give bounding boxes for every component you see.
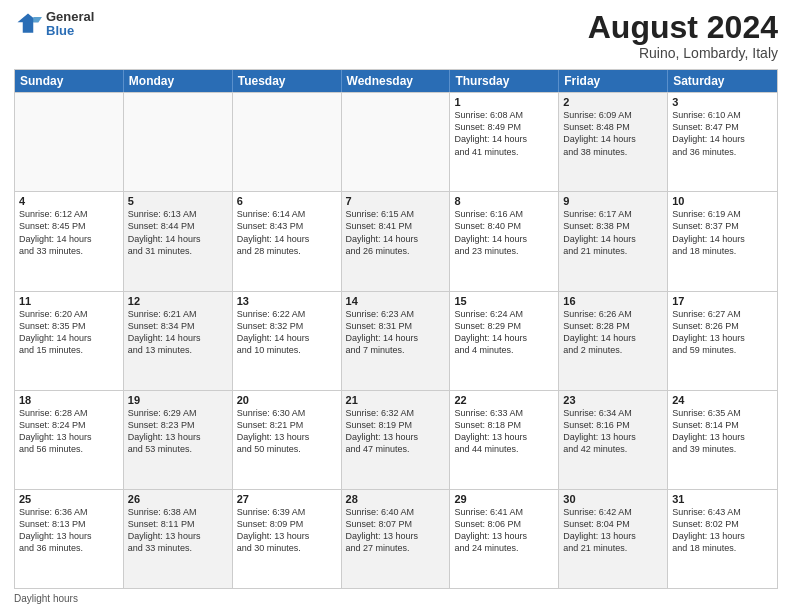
calendar-cell: 19Sunrise: 6:29 AM Sunset: 8:23 PM Dayli…	[124, 391, 233, 489]
cell-info: Sunrise: 6:36 AM Sunset: 8:13 PM Dayligh…	[19, 506, 119, 555]
svg-marker-0	[18, 14, 39, 33]
calendar-header-cell: Tuesday	[233, 70, 342, 92]
day-number: 23	[563, 394, 663, 406]
calendar-header-cell: Thursday	[450, 70, 559, 92]
calendar-cell: 31Sunrise: 6:43 AM Sunset: 8:02 PM Dayli…	[668, 490, 777, 588]
calendar-cell: 11Sunrise: 6:20 AM Sunset: 8:35 PM Dayli…	[15, 292, 124, 390]
day-number: 24	[672, 394, 773, 406]
cell-info: Sunrise: 6:21 AM Sunset: 8:34 PM Dayligh…	[128, 308, 228, 357]
day-number: 14	[346, 295, 446, 307]
calendar-week: 18Sunrise: 6:28 AM Sunset: 8:24 PM Dayli…	[15, 390, 777, 489]
calendar-cell: 7Sunrise: 6:15 AM Sunset: 8:41 PM Daylig…	[342, 192, 451, 290]
day-number: 5	[128, 195, 228, 207]
calendar-cell: 17Sunrise: 6:27 AM Sunset: 8:26 PM Dayli…	[668, 292, 777, 390]
calendar-cell	[124, 93, 233, 191]
day-number: 18	[19, 394, 119, 406]
calendar-cell: 28Sunrise: 6:40 AM Sunset: 8:07 PM Dayli…	[342, 490, 451, 588]
day-number: 4	[19, 195, 119, 207]
calendar-cell: 21Sunrise: 6:32 AM Sunset: 8:19 PM Dayli…	[342, 391, 451, 489]
calendar-cell: 9Sunrise: 6:17 AM Sunset: 8:38 PM Daylig…	[559, 192, 668, 290]
calendar-cell: 27Sunrise: 6:39 AM Sunset: 8:09 PM Dayli…	[233, 490, 342, 588]
day-number: 13	[237, 295, 337, 307]
subtitle: Ruino, Lombardy, Italy	[588, 45, 778, 61]
day-number: 31	[672, 493, 773, 505]
day-number: 10	[672, 195, 773, 207]
calendar-cell	[15, 93, 124, 191]
cell-info: Sunrise: 6:09 AM Sunset: 8:48 PM Dayligh…	[563, 109, 663, 158]
day-number: 1	[454, 96, 554, 108]
calendar-cell: 13Sunrise: 6:22 AM Sunset: 8:32 PM Dayli…	[233, 292, 342, 390]
day-number: 8	[454, 195, 554, 207]
cell-info: Sunrise: 6:29 AM Sunset: 8:23 PM Dayligh…	[128, 407, 228, 456]
main-title: August 2024	[588, 10, 778, 45]
day-number: 3	[672, 96, 773, 108]
calendar-cell: 4Sunrise: 6:12 AM Sunset: 8:45 PM Daylig…	[15, 192, 124, 290]
calendar-header: SundayMondayTuesdayWednesdayThursdayFrid…	[15, 70, 777, 92]
calendar-body: 1Sunrise: 6:08 AM Sunset: 8:49 PM Daylig…	[15, 92, 777, 588]
cell-info: Sunrise: 6:13 AM Sunset: 8:44 PM Dayligh…	[128, 208, 228, 257]
calendar-header-cell: Sunday	[15, 70, 124, 92]
day-number: 28	[346, 493, 446, 505]
cell-info: Sunrise: 6:14 AM Sunset: 8:43 PM Dayligh…	[237, 208, 337, 257]
calendar-cell: 22Sunrise: 6:33 AM Sunset: 8:18 PM Dayli…	[450, 391, 559, 489]
cell-info: Sunrise: 6:08 AM Sunset: 8:49 PM Dayligh…	[454, 109, 554, 158]
day-number: 27	[237, 493, 337, 505]
calendar-week: 25Sunrise: 6:36 AM Sunset: 8:13 PM Dayli…	[15, 489, 777, 588]
day-number: 9	[563, 195, 663, 207]
day-number: 17	[672, 295, 773, 307]
calendar-header-cell: Wednesday	[342, 70, 451, 92]
calendar-cell: 26Sunrise: 6:38 AM Sunset: 8:11 PM Dayli…	[124, 490, 233, 588]
calendar-cell: 3Sunrise: 6:10 AM Sunset: 8:47 PM Daylig…	[668, 93, 777, 191]
cell-info: Sunrise: 6:28 AM Sunset: 8:24 PM Dayligh…	[19, 407, 119, 456]
calendar-cell: 23Sunrise: 6:34 AM Sunset: 8:16 PM Dayli…	[559, 391, 668, 489]
cell-info: Sunrise: 6:23 AM Sunset: 8:31 PM Dayligh…	[346, 308, 446, 357]
cell-info: Sunrise: 6:16 AM Sunset: 8:40 PM Dayligh…	[454, 208, 554, 257]
day-number: 7	[346, 195, 446, 207]
calendar-header-cell: Friday	[559, 70, 668, 92]
calendar-cell: 10Sunrise: 6:19 AM Sunset: 8:37 PM Dayli…	[668, 192, 777, 290]
calendar-cell: 16Sunrise: 6:26 AM Sunset: 8:28 PM Dayli…	[559, 292, 668, 390]
calendar-header-cell: Monday	[124, 70, 233, 92]
calendar-cell: 15Sunrise: 6:24 AM Sunset: 8:29 PM Dayli…	[450, 292, 559, 390]
calendar-cell: 12Sunrise: 6:21 AM Sunset: 8:34 PM Dayli…	[124, 292, 233, 390]
calendar-cell: 14Sunrise: 6:23 AM Sunset: 8:31 PM Dayli…	[342, 292, 451, 390]
calendar-cell	[342, 93, 451, 191]
logo-text: General Blue	[46, 10, 94, 39]
cell-info: Sunrise: 6:26 AM Sunset: 8:28 PM Dayligh…	[563, 308, 663, 357]
calendar-week: 11Sunrise: 6:20 AM Sunset: 8:35 PM Dayli…	[15, 291, 777, 390]
day-number: 29	[454, 493, 554, 505]
cell-info: Sunrise: 6:30 AM Sunset: 8:21 PM Dayligh…	[237, 407, 337, 456]
cell-info: Sunrise: 6:12 AM Sunset: 8:45 PM Dayligh…	[19, 208, 119, 257]
cell-info: Sunrise: 6:43 AM Sunset: 8:02 PM Dayligh…	[672, 506, 773, 555]
cell-info: Sunrise: 6:15 AM Sunset: 8:41 PM Dayligh…	[346, 208, 446, 257]
svg-marker-1	[33, 17, 42, 22]
calendar-cell: 5Sunrise: 6:13 AM Sunset: 8:44 PM Daylig…	[124, 192, 233, 290]
day-number: 6	[237, 195, 337, 207]
cell-info: Sunrise: 6:17 AM Sunset: 8:38 PM Dayligh…	[563, 208, 663, 257]
calendar-cell: 24Sunrise: 6:35 AM Sunset: 8:14 PM Dayli…	[668, 391, 777, 489]
cell-info: Sunrise: 6:24 AM Sunset: 8:29 PM Dayligh…	[454, 308, 554, 357]
footer-note: Daylight hours	[14, 593, 778, 604]
calendar-header-cell: Saturday	[668, 70, 777, 92]
cell-info: Sunrise: 6:22 AM Sunset: 8:32 PM Dayligh…	[237, 308, 337, 357]
page: General Blue August 2024 Ruino, Lombardy…	[0, 0, 792, 612]
cell-info: Sunrise: 6:10 AM Sunset: 8:47 PM Dayligh…	[672, 109, 773, 158]
calendar-cell: 8Sunrise: 6:16 AM Sunset: 8:40 PM Daylig…	[450, 192, 559, 290]
day-number: 21	[346, 394, 446, 406]
calendar-cell: 30Sunrise: 6:42 AM Sunset: 8:04 PM Dayli…	[559, 490, 668, 588]
cell-info: Sunrise: 6:42 AM Sunset: 8:04 PM Dayligh…	[563, 506, 663, 555]
day-number: 25	[19, 493, 119, 505]
cell-info: Sunrise: 6:38 AM Sunset: 8:11 PM Dayligh…	[128, 506, 228, 555]
header: General Blue August 2024 Ruino, Lombardy…	[14, 10, 778, 61]
calendar-cell: 20Sunrise: 6:30 AM Sunset: 8:21 PM Dayli…	[233, 391, 342, 489]
logo: General Blue	[14, 10, 94, 39]
day-number: 15	[454, 295, 554, 307]
day-number: 2	[563, 96, 663, 108]
cell-info: Sunrise: 6:19 AM Sunset: 8:37 PM Dayligh…	[672, 208, 773, 257]
day-number: 20	[237, 394, 337, 406]
day-number: 26	[128, 493, 228, 505]
cell-info: Sunrise: 6:32 AM Sunset: 8:19 PM Dayligh…	[346, 407, 446, 456]
calendar-cell: 1Sunrise: 6:08 AM Sunset: 8:49 PM Daylig…	[450, 93, 559, 191]
calendar-week: 4Sunrise: 6:12 AM Sunset: 8:45 PM Daylig…	[15, 191, 777, 290]
day-number: 19	[128, 394, 228, 406]
